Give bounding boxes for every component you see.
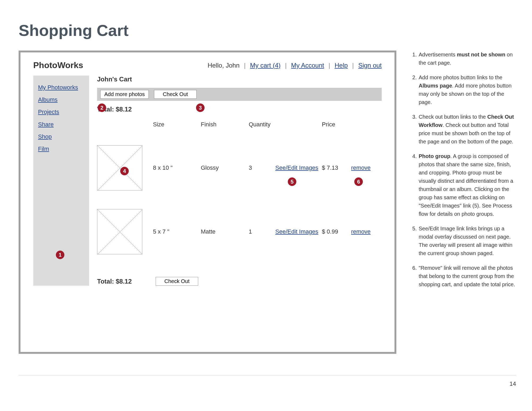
page-number: 14 xyxy=(510,380,516,387)
annotation-4: 4. Photo group. A group is composed of p… xyxy=(412,152,516,218)
annotation-num: 5. xyxy=(412,225,419,258)
button-bar: Add more photos Check Out xyxy=(97,88,382,101)
annotation-1: 1. Advertisements must not be shown on t… xyxy=(412,51,516,67)
header-row: PhotoWorks Hello, John | My cart (4) | M… xyxy=(20,52,394,76)
annotation-2: 2. Add more photos button links to the A… xyxy=(412,73,516,106)
annotation-6: 6. "Remove" link will remove all the pho… xyxy=(412,264,516,289)
photo-group-thumb[interactable] xyxy=(97,209,142,254)
total-top: Total: $8.12 xyxy=(97,106,382,113)
separator: | xyxy=(285,62,286,69)
check-out-button-bottom[interactable]: Check Out xyxy=(156,277,198,286)
marker-2: 2 xyxy=(98,103,106,112)
size-cell: 5 x 7 " xyxy=(153,219,201,244)
remove-link[interactable]: remove xyxy=(351,228,371,235)
see-edit-images-link[interactable]: See/Edit Images xyxy=(275,164,318,171)
qty-cell: 3 xyxy=(249,155,275,181)
sign-out-link[interactable]: Sign out xyxy=(358,62,382,69)
annotation-num: 1. xyxy=(412,51,419,67)
col-size: Size xyxy=(153,121,201,136)
marker-3: 3 xyxy=(196,103,205,112)
col-seeedit xyxy=(275,124,322,132)
cart-title: John's Cart xyxy=(97,76,382,83)
sidebar-item-albums[interactable]: Albums xyxy=(38,94,84,106)
table-row xyxy=(97,200,153,264)
annotation-3: 3. Check out button links to the Check O… xyxy=(412,113,516,146)
remove-link[interactable]: remove xyxy=(351,164,371,171)
sidebar-item-projects[interactable]: Projects xyxy=(38,106,84,118)
placeholder-icon xyxy=(97,146,142,190)
annotation-text: Photo group. A group is composed of phot… xyxy=(419,152,516,218)
body-area: My Photoworks Albums Projects Share Shop… xyxy=(20,76,394,286)
annotation-text: Add more photos button links to the Albu… xyxy=(419,73,516,106)
sidebar-item-shop[interactable]: Shop xyxy=(38,131,84,143)
annotation-num: 3. xyxy=(412,113,419,146)
my-cart-link[interactable]: My cart (4) xyxy=(250,62,281,69)
add-more-photos-button[interactable]: Add more photos xyxy=(100,90,149,99)
marker-6: 6 xyxy=(354,177,363,186)
qty-cell: 1 xyxy=(249,219,275,244)
annotation-num: 6. xyxy=(412,264,419,289)
page-title: Shopping Cart xyxy=(19,21,128,40)
annotation-num: 4. xyxy=(412,152,419,218)
annotation-text: Advertisements must not be shown on the … xyxy=(419,51,516,67)
sidebar-item-share[interactable]: Share xyxy=(38,118,84,131)
footer-divider xyxy=(19,375,516,375)
annotation-5: 5. See/Edit Image link links brings up a… xyxy=(412,225,516,258)
marker-1: 1 xyxy=(56,251,64,259)
help-link[interactable]: Help xyxy=(335,62,348,69)
separator: | xyxy=(329,62,330,69)
annotation-text: "Remove" link will remove all the photos… xyxy=(419,264,516,289)
annotations-column: 1. Advertisements must not be shown on t… xyxy=(412,51,516,295)
finish-cell: Matte xyxy=(201,219,249,244)
logo: PhotoWorks xyxy=(33,60,83,70)
col-finish: Finish xyxy=(201,121,249,136)
my-account-link[interactable]: My Account xyxy=(291,62,324,69)
col-price: Price xyxy=(322,121,351,136)
marker-5: 5 xyxy=(288,177,296,186)
col-thumb xyxy=(97,124,153,132)
col-remove xyxy=(351,124,378,132)
svg-line-2 xyxy=(97,209,142,254)
annotation-text: See/Edit Image link links brings up a mo… xyxy=(419,225,516,258)
placeholder-icon xyxy=(97,209,142,254)
marker-4: 4 xyxy=(120,167,129,175)
check-out-button-top[interactable]: Check Out xyxy=(154,90,197,99)
content-area: John's Cart Add more photos Check Out To… xyxy=(89,76,382,286)
finish-cell: Glossy xyxy=(201,155,249,181)
price-cell: $ 7.13 xyxy=(322,155,351,181)
sidebar-item-film[interactable]: Film xyxy=(38,143,84,155)
price-cell: $ 0.99 xyxy=(322,219,351,244)
annotation-num: 2. xyxy=(412,73,419,106)
bottom-row: Total: $8.12 Check Out xyxy=(97,277,382,286)
greeting-text: Hello, John xyxy=(207,62,239,69)
svg-line-0 xyxy=(97,146,142,190)
top-links: Hello, John | My cart (4) | My Account |… xyxy=(207,62,382,69)
separator: | xyxy=(352,62,354,69)
wireframe-frame: PhotoWorks Hello, John | My cart (4) | M… xyxy=(19,51,396,354)
total-bottom: Total: $8.12 xyxy=(97,278,132,285)
separator: | xyxy=(244,62,246,69)
see-edit-images-link[interactable]: See/Edit Images xyxy=(275,228,318,235)
sidebar-item-my-photoworks[interactable]: My Photoworks xyxy=(38,81,84,94)
col-quantity: Quantity xyxy=(249,121,275,136)
size-cell: 8 x 10 " xyxy=(153,155,201,181)
cart-grid: Size Finish Quantity Price 8 x 10 " Glos… xyxy=(97,121,382,264)
annotation-text: Check out button links to the Check Out … xyxy=(419,113,516,146)
photo-group-thumb[interactable] xyxy=(97,145,142,190)
